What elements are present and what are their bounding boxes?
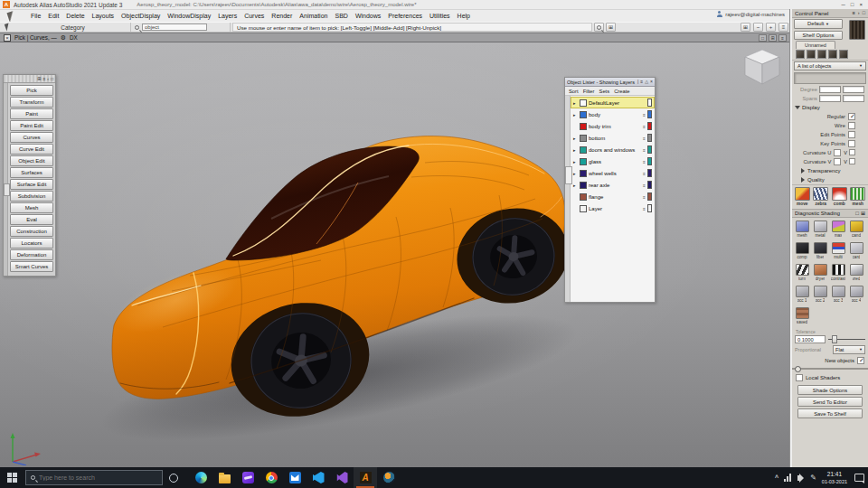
cp-expand-icon[interactable]: [858, 11, 860, 16]
rollup-icon[interactable]: [645, 80, 648, 84]
layer-color-chip[interactable]: [580, 205, 587, 212]
menu-item[interactable]: Preferences: [384, 13, 426, 19]
layer-name[interactable]: wheel wells: [589, 171, 641, 176]
lister-menu-item[interactable]: Sort: [569, 89, 579, 94]
layer-symmetry-icon[interactable]: ≡: [643, 159, 646, 164]
shader-action-button[interactable]: Send To Editor: [797, 397, 863, 407]
lister-menu-item[interactable]: Sets: [599, 89, 610, 94]
shader-swatch[interactable]: vred: [847, 262, 865, 284]
layer-state-chip[interactable]: [647, 157, 652, 165]
layer-color-chip[interactable]: [580, 111, 587, 118]
cp-restore-icon[interactable]: [863, 11, 865, 16]
shader-action-button[interactable]: Save To Shelf: [797, 408, 863, 418]
edge-icon[interactable]: [189, 467, 212, 488]
palette-restore-icon[interactable]: [51, 77, 53, 81]
expander-icon[interactable]: ▸: [573, 136, 578, 141]
layer-name[interactable]: DefaultLayer: [589, 100, 644, 106]
spans-u-field[interactable]: [819, 95, 841, 102]
menu-item[interactable]: Utilities: [426, 13, 454, 19]
layer-name[interactable]: flange: [589, 194, 641, 200]
expander-icon[interactable]: ▸: [573, 171, 578, 176]
layer-symmetry-icon[interactable]: ≡: [643, 147, 646, 153]
shader-swatch[interactable]: metal: [811, 219, 829, 240]
layer-name[interactable]: body trim: [589, 124, 641, 129]
maximize-icon[interactable]: [851, 2, 854, 7]
volume-icon[interactable]: [797, 475, 801, 481]
cp-menu-icon[interactable]: [853, 11, 855, 16]
control-panel-title-bar[interactable]: Control Panel: [792, 9, 868, 18]
layer-state-chip[interactable]: [647, 181, 652, 189]
palette-scrollbar[interactable]: [4, 83, 8, 276]
shelf-options-button[interactable]: Shelf Options: [794, 31, 843, 40]
menu-item[interactable]: Delete: [62, 13, 88, 19]
shader-swatch[interactable]: turn: [793, 262, 811, 284]
lister-menu-item[interactable]: Create: [614, 89, 629, 94]
layer-state-chip[interactable]: [647, 122, 652, 130]
pick-tool-icon[interactable]: [5, 23, 11, 31]
snap-grid-icon[interactable]: [741, 23, 750, 32]
snap-curve-icon[interactable]: [753, 23, 763, 32]
dock-icon[interactable]: [637, 80, 638, 84]
degree-u-field[interactable]: [819, 86, 841, 93]
palette-tab[interactable]: Construction: [10, 226, 53, 237]
start-button[interactable]: [0, 467, 24, 488]
slider-handle[interactable]: [832, 335, 837, 343]
viewport[interactable]: Pick Transform Paint Paint Edit Curves C…: [0, 42, 790, 467]
clock[interactable]: 21:41 01-03-2021: [822, 471, 847, 485]
shelf-tab[interactable]: Unnamed: [796, 41, 835, 49]
menu-item[interactable]: WindowDisplay: [164, 13, 214, 19]
menu-item[interactable]: Layers: [214, 13, 241, 19]
layer-row[interactable]: ▸ wheel wells ≡: [571, 167, 655, 179]
shader-swatch[interactable]: card: [847, 240, 865, 262]
local-shaders-checkbox[interactable]: [796, 374, 803, 381]
projection-dropdown[interactable]: Flat: [833, 345, 865, 354]
layer-state-chip[interactable]: [647, 145, 652, 154]
layer-state-chip[interactable]: [647, 99, 652, 107]
layer-color-chip[interactable]: [580, 182, 587, 189]
layer-row[interactable]: ▸ DefaultLayer: [571, 97, 655, 108]
shader-swatch[interactable]: occ 2: [811, 284, 829, 305]
snap-point-icon[interactable]: [766, 23, 776, 32]
taskbar-search[interactable]: [25, 470, 163, 485]
layer-color-chip[interactable]: [580, 135, 587, 142]
shader-swatch[interactable]: max: [829, 219, 847, 240]
magnify-icon[interactable]: [594, 23, 604, 32]
display-option-checkbox[interactable]: [848, 113, 855, 120]
chrome-icon[interactable]: [259, 467, 283, 488]
menu-item[interactable]: ObjectDisplay: [118, 13, 164, 19]
display-option-checkbox[interactable]: [848, 140, 855, 147]
clear-selection-icon[interactable]: ×: [4, 34, 11, 42]
layer-name[interactable]: glass: [589, 159, 641, 164]
palette-tab[interactable]: Mesh: [10, 202, 53, 213]
alias-icon[interactable]: [354, 467, 377, 488]
network-icon[interactable]: [784, 474, 792, 482]
extra-field[interactable]: [849, 149, 855, 155]
menu-item[interactable]: Help: [454, 13, 474, 19]
layer-color-chip[interactable]: [580, 146, 587, 154]
layer-row[interactable]: body trim ≡: [571, 120, 655, 132]
display-option-checkbox[interactable]: [848, 131, 855, 138]
shader-swatch[interactable]: saved: [793, 305, 811, 327]
palette-menu-icon[interactable]: [42, 77, 45, 81]
layer-name[interactable]: doors and windows: [589, 147, 641, 153]
shader-swatch[interactable]: occ 3: [829, 284, 847, 305]
menu-item[interactable]: Curves: [241, 13, 268, 19]
close-icon[interactable]: [859, 2, 863, 7]
menu-item[interactable]: File: [27, 13, 44, 19]
shelf-dropdown[interactable]: Default: [794, 19, 843, 29]
layer-name[interactable]: rear axle: [589, 183, 641, 188]
pen-icon[interactable]: [810, 474, 816, 482]
shader-action-button[interactable]: Shade Options: [797, 385, 863, 395]
view-cube[interactable]: [738, 46, 787, 91]
shader-swatch[interactable]: dryer: [811, 262, 829, 284]
layer-color-chip[interactable]: [580, 123, 587, 130]
vscode-icon[interactable]: [307, 467, 330, 488]
palette-collapse-icon[interactable]: [47, 77, 49, 81]
layer-symmetry-icon[interactable]: ≡: [643, 183, 646, 188]
layer-row[interactable]: ▸ body ≡: [571, 108, 655, 120]
palette-tab[interactable]: Surface Edit: [10, 179, 53, 190]
layer-row[interactable]: ▸ bottom ≡: [571, 132, 655, 144]
layer-symmetry-icon[interactable]: ≡: [643, 136, 646, 141]
layer-name[interactable]: body: [589, 112, 641, 117]
palette-tab[interactable]: Eval: [10, 214, 53, 225]
